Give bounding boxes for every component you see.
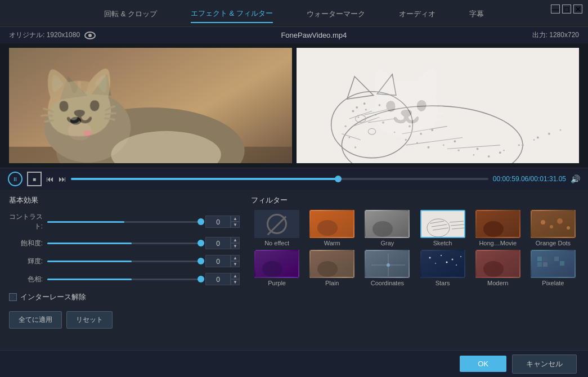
svg-point-51 bbox=[518, 144, 519, 146]
saturation-value[interactable]: 0 bbox=[205, 237, 231, 249]
contrast-value[interactable]: 0 bbox=[205, 216, 231, 228]
svg-point-7 bbox=[84, 130, 92, 136]
maximize-button[interactable]: □ bbox=[562, 5, 571, 14]
svg-point-86 bbox=[429, 257, 430, 259]
filter-thumb-stars bbox=[420, 250, 465, 278]
svg-rect-100 bbox=[549, 259, 553, 264]
filter-thumb-sketch bbox=[420, 210, 465, 238]
contrast-thumb bbox=[198, 218, 204, 225]
svg-point-49 bbox=[487, 155, 490, 158]
tab-subtitles[interactable]: 字幕 bbox=[469, 9, 484, 23]
filter-hong-movie[interactable]: Hong…Movie bbox=[472, 210, 524, 246]
hue-slider[interactable] bbox=[47, 279, 201, 280]
reset-button[interactable]: リセット bbox=[66, 311, 113, 329]
filter-label-no-effect: No effect bbox=[264, 240, 289, 246]
pause-button[interactable]: ⏸ bbox=[8, 172, 23, 186]
ok-button[interactable]: OK bbox=[460, 356, 506, 372]
hue-row: 色相: 0 ▲ ▼ bbox=[9, 273, 240, 285]
progress-bar[interactable] bbox=[71, 178, 488, 180]
svg-point-75 bbox=[557, 218, 563, 224]
filter-purple[interactable]: Purple bbox=[251, 250, 303, 286]
deinterlace-checkbox[interactable] bbox=[9, 293, 17, 301]
cancel-button[interactable]: キャンセル bbox=[512, 354, 577, 374]
saturation-down[interactable]: ▼ bbox=[231, 243, 240, 249]
svg-point-38 bbox=[357, 116, 359, 118]
svg-point-25 bbox=[368, 128, 375, 134]
contrast-up[interactable]: ▲ bbox=[231, 216, 240, 222]
hue-down[interactable]: ▼ bbox=[231, 279, 240, 285]
filters-panel: フィルター No effect Warm bbox=[251, 195, 579, 313]
svg-point-43 bbox=[405, 139, 406, 141]
svg-point-37 bbox=[352, 110, 354, 113]
filter-coordinates[interactable]: Coordinates bbox=[361, 250, 413, 286]
tab-effects-filters[interactable]: エフェクト & フィルター bbox=[191, 8, 273, 23]
tab-watermark[interactable]: ウォーターマーク bbox=[307, 9, 365, 23]
sketch-preview bbox=[297, 48, 580, 163]
basic-effects-title: 基本効果 bbox=[9, 195, 240, 205]
stop-button[interactable]: ■ bbox=[27, 172, 42, 186]
filter-pixelate[interactable]: Pixelate bbox=[527, 250, 579, 286]
svg-point-57 bbox=[354, 146, 356, 148]
visibility-icon[interactable] bbox=[84, 32, 96, 39]
filter-label-warm: Warm bbox=[324, 240, 340, 246]
filter-label-plain: Plain bbox=[325, 280, 339, 286]
svg-line-22 bbox=[364, 110, 387, 115]
volume-icon[interactable]: 🔊 bbox=[571, 174, 580, 183]
svg-point-52 bbox=[533, 139, 535, 141]
hue-value[interactable]: 0 bbox=[205, 273, 231, 285]
svg-point-26 bbox=[356, 107, 357, 109]
svg-point-47 bbox=[457, 150, 459, 151]
brightness-up[interactable]: ▲ bbox=[231, 255, 240, 261]
filter-label-purple: Purple bbox=[268, 280, 286, 286]
svg-point-71 bbox=[483, 221, 504, 237]
svg-point-76 bbox=[567, 226, 570, 230]
filter-label-hong-movie: Hong…Movie bbox=[479, 240, 517, 246]
contrast-down[interactable]: ▼ bbox=[231, 222, 240, 228]
svg-point-74 bbox=[550, 225, 553, 228]
time-display: 00:00:59.06/00:01:31.05 bbox=[493, 175, 566, 183]
brightness-spinner: ▲ ▼ bbox=[231, 255, 240, 267]
bottom-bar: OK キャンセル bbox=[0, 350, 588, 377]
progress-thumb bbox=[335, 176, 342, 182]
saturation-thumb bbox=[198, 240, 204, 246]
svg-rect-85 bbox=[421, 251, 465, 278]
filter-plain[interactable]: Plain bbox=[306, 250, 358, 286]
contrast-slider[interactable] bbox=[47, 221, 201, 223]
prev-icon: ⏮ bbox=[46, 174, 54, 183]
filter-label-gray: Gray bbox=[380, 240, 394, 246]
svg-rect-97 bbox=[543, 257, 547, 261]
next-frame-button[interactable]: ⏭ bbox=[59, 174, 66, 183]
filter-modern[interactable]: Modern bbox=[472, 250, 524, 286]
minimize-button[interactable]: — bbox=[551, 5, 560, 14]
filter-gray[interactable]: Gray bbox=[361, 210, 413, 246]
svg-point-31 bbox=[431, 129, 433, 131]
filter-warm[interactable]: Warm bbox=[306, 210, 358, 246]
svg-point-94 bbox=[483, 261, 504, 277]
filter-stars[interactable]: Stars bbox=[416, 250, 468, 286]
svg-point-73 bbox=[541, 220, 545, 225]
brightness-slider[interactable] bbox=[47, 261, 201, 262]
brightness-down[interactable]: ▼ bbox=[231, 261, 240, 267]
svg-point-33 bbox=[477, 148, 478, 150]
filename-label: FonePawVideo.mp4 bbox=[281, 31, 347, 39]
saturation-up[interactable]: ▲ bbox=[231, 237, 240, 243]
brightness-value[interactable]: 0 bbox=[205, 255, 231, 267]
svg-marker-15 bbox=[377, 74, 396, 96]
hue-label: 色相: bbox=[9, 275, 43, 284]
tab-audio[interactable]: オーディオ bbox=[399, 9, 436, 23]
svg-line-23 bbox=[368, 119, 394, 123]
close-icon: ✕ bbox=[575, 5, 581, 14]
filter-no-effect[interactable]: No effect bbox=[251, 210, 303, 246]
svg-point-28 bbox=[379, 104, 380, 106]
hue-up[interactable]: ▲ bbox=[231, 273, 240, 279]
close-button[interactable]: ✕ bbox=[573, 5, 582, 14]
prev-frame-button[interactable]: ⏮ bbox=[46, 174, 54, 183]
svg-point-61 bbox=[372, 221, 393, 237]
saturation-slider[interactable] bbox=[47, 243, 201, 244]
filter-orange-dots[interactable]: Orange Dots bbox=[527, 210, 579, 246]
contrast-label: コントラスト: bbox=[9, 212, 43, 231]
apply-all-button[interactable]: 全てに適用 bbox=[9, 311, 62, 329]
filter-grid: No effect Warm bbox=[251, 210, 579, 286]
filter-sketch[interactable]: Sketch bbox=[416, 210, 468, 246]
tab-rotate-crop[interactable]: 回転 & クロップ bbox=[104, 9, 157, 23]
